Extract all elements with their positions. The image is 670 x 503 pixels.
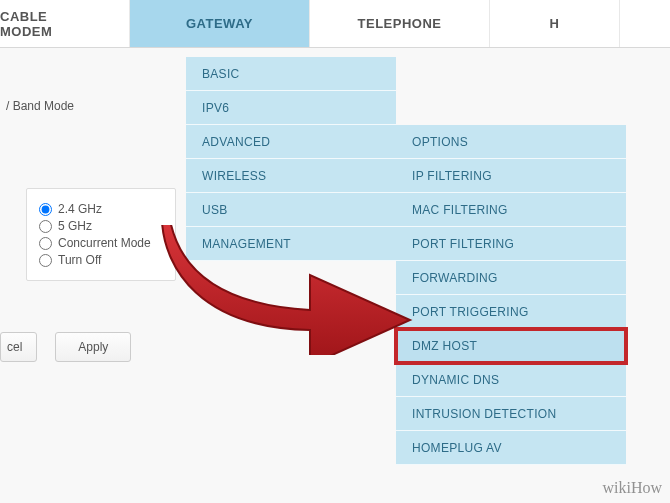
menu-ipv6[interactable]: IPV6 <box>186 91 396 125</box>
menu-intrusion-detection[interactable]: INTRUSION DETECTION <box>396 397 626 431</box>
gateway-submenu: BASIC IPV6 ADVANCED WIRELESS USB MANAGEM… <box>186 57 396 261</box>
radio-label: Turn Off <box>58 253 101 267</box>
menu-management[interactable]: MANAGEMENT <box>186 227 396 261</box>
tab-partial[interactable]: H <box>490 0 620 47</box>
radio-concurrent[interactable]: Concurrent Mode <box>39 236 163 250</box>
menu-ip-filtering[interactable]: IP FILTERING <box>396 159 626 193</box>
menu-port-filtering[interactable]: PORT FILTERING <box>396 227 626 261</box>
apply-button[interactable]: Apply <box>55 332 131 362</box>
radio-label: Concurrent Mode <box>58 236 151 250</box>
menu-dynamic-dns[interactable]: DYNAMIC DNS <box>396 363 626 397</box>
menu-port-triggering[interactable]: PORT TRIGGERING <box>396 295 626 329</box>
breadcrumb: / Band Mode <box>0 95 80 117</box>
radio-5ghz[interactable]: 5 GHz <box>39 219 163 233</box>
menu-dmz-host[interactable]: DMZ HOST <box>396 329 626 363</box>
menu-options[interactable]: OPTIONS <box>396 125 626 159</box>
radio-input[interactable] <box>39 254 52 267</box>
button-row: cel Apply <box>0 332 131 362</box>
menu-advanced[interactable]: ADVANCED <box>186 125 396 159</box>
radio-input[interactable] <box>39 237 52 250</box>
radio-label: 5 GHz <box>58 219 92 233</box>
radio-input[interactable] <box>39 220 52 233</box>
menu-forwarding[interactable]: FORWARDING <box>396 261 626 295</box>
menu-wireless[interactable]: WIRELESS <box>186 159 396 193</box>
watermark-suffix: How <box>631 479 662 496</box>
radio-2-4ghz[interactable]: 2.4 GHz <box>39 202 163 216</box>
menu-mac-filtering[interactable]: MAC FILTERING <box>396 193 626 227</box>
menu-basic[interactable]: BASIC <box>186 57 396 91</box>
band-mode-panel: 2.4 GHz 5 GHz Concurrent Mode Turn Off <box>26 188 176 281</box>
radio-label: 2.4 GHz <box>58 202 102 216</box>
menu-usb[interactable]: USB <box>186 193 396 227</box>
tab-telephone[interactable]: TELEPHONE <box>310 0 490 47</box>
advanced-submenu: OPTIONS IP FILTERING MAC FILTERING PORT … <box>396 125 626 465</box>
tab-gateway[interactable]: GATEWAY <box>130 0 310 47</box>
radio-turnoff[interactable]: Turn Off <box>39 253 163 267</box>
top-nav: CABLE MODEM GATEWAY TELEPHONE H <box>0 0 670 48</box>
menu-homeplug-av[interactable]: HOMEPLUG AV <box>396 431 626 465</box>
radio-input[interactable] <box>39 203 52 216</box>
watermark: wikiHow <box>602 479 662 497</box>
tab-cable-modem[interactable]: CABLE MODEM <box>0 0 130 47</box>
watermark-prefix: wiki <box>602 479 630 496</box>
cancel-button[interactable]: cel <box>0 332 37 362</box>
